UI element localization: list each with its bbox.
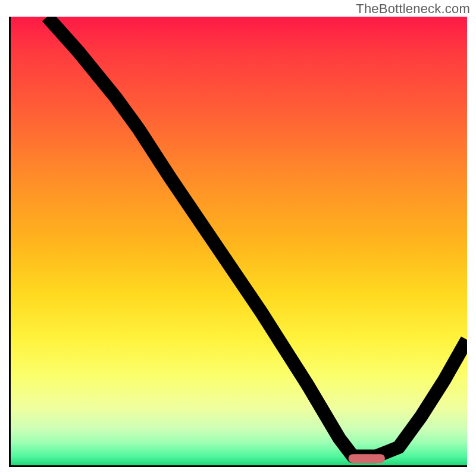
watermark-text: TheBottleneck.com (356, 1, 470, 17)
chart-container: TheBottleneck.com (0, 0, 476, 476)
plot-area (9, 17, 467, 467)
optimal-marker (349, 454, 385, 463)
bottleneck-curve (47, 17, 467, 456)
curve-svg (11, 17, 467, 465)
